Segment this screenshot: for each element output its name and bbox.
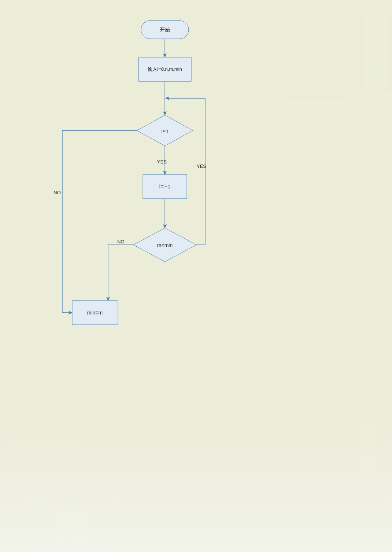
node-cond1: i<n bbox=[137, 115, 193, 146]
cond2-label: m<min bbox=[157, 242, 173, 248]
cond1-yes-label: YES bbox=[157, 159, 167, 165]
node-assign: min=m bbox=[72, 301, 118, 325]
node-start: 开始 bbox=[141, 21, 189, 39]
flowchart: 开始 输入i=0,n,m,min i<n YES NO i=i+1 bbox=[0, 0, 392, 552]
edge-cond1-no bbox=[62, 130, 137, 313]
start-label: 开始 bbox=[160, 27, 170, 33]
input-label: 输入i=0,n,m,min bbox=[148, 66, 182, 72]
cond1-no-label: NO bbox=[53, 190, 61, 195]
cond2-yes-label: YES bbox=[197, 163, 206, 169]
inc-label: i=i+1 bbox=[159, 184, 171, 189]
node-cond2: m<min bbox=[133, 228, 196, 262]
cond2-no-label: NO bbox=[117, 239, 125, 244]
assign-label: min=m bbox=[87, 310, 103, 316]
node-input: 输入i=0,n,m,min bbox=[138, 57, 191, 81]
page-background: 开始 输入i=0,n,m,min i<n YES NO i=i+1 bbox=[0, 0, 392, 552]
cond1-label: i<n bbox=[161, 128, 168, 134]
edge-cond2-no bbox=[108, 245, 133, 301]
node-inc: i=i+1 bbox=[143, 174, 187, 199]
